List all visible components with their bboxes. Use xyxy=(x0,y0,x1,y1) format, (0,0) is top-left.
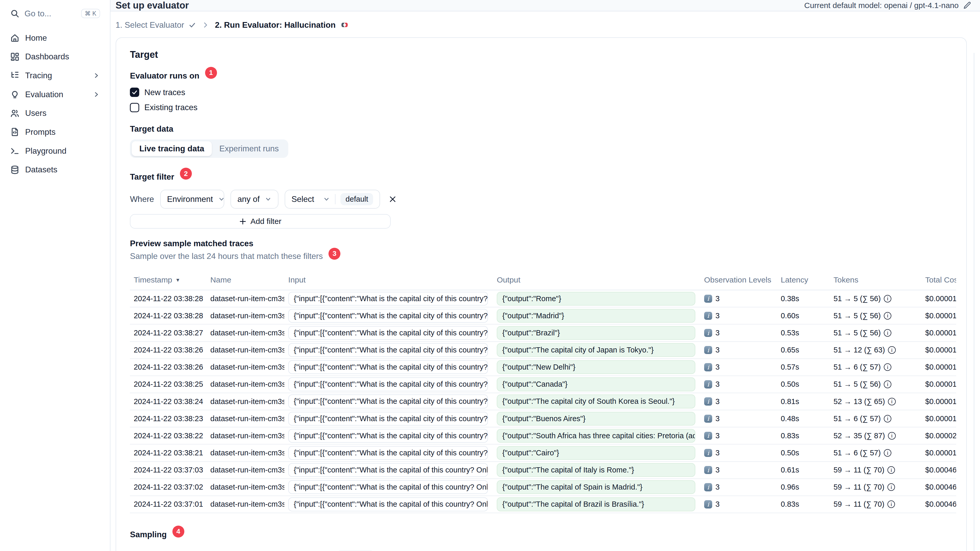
cell-output[interactable]: {"output":"Brazil"} xyxy=(497,326,695,340)
cell-input[interactable]: {"input":[{"content":"What is the capita… xyxy=(288,292,488,306)
chevron-down-icon xyxy=(218,196,225,203)
cell-input[interactable]: {"input":[{"content":"What is the capita… xyxy=(288,497,488,511)
table-row[interactable]: 2024-11-22 03:38:24 dataset-run-item-cm3… xyxy=(130,393,956,410)
cell-observation-levels: 3 xyxy=(715,483,719,491)
table-row[interactable]: 2024-11-22 03:38:28 dataset-run-item-cm3… xyxy=(130,307,956,324)
table-row[interactable]: 2024-11-22 03:38:27 dataset-run-item-cm3… xyxy=(130,324,956,341)
table-row[interactable]: 2024-11-22 03:37:03 dataset-run-item-cm3… xyxy=(130,462,956,479)
sidebar-item-home[interactable]: Home xyxy=(5,29,105,48)
remove-filter-button[interactable] xyxy=(386,193,399,205)
chevron-right-icon xyxy=(202,21,209,29)
cell-input[interactable]: {"input":[{"content":"What is the capita… xyxy=(288,394,488,408)
cell-output[interactable]: {"output":"The capital of Brazil is Bras… xyxy=(497,497,695,511)
cell-input[interactable]: {"input":[{"content":"What is the capita… xyxy=(288,343,488,357)
info-circle-icon[interactable]: i xyxy=(888,346,896,354)
column-header-timestamp[interactable]: Timestamp▼ xyxy=(130,275,207,284)
info-circle-icon[interactable]: i xyxy=(888,432,896,440)
sidebar-item-playground[interactable]: Playground xyxy=(5,141,105,160)
sidebar-item-dashboards[interactable]: Dashboards xyxy=(5,47,105,66)
cell-output[interactable]: {"output":"Madrid"} xyxy=(497,309,695,323)
filter-column-select[interactable]: Environment xyxy=(160,190,224,209)
column-header-total-cost[interactable]: Total Cost xyxy=(921,275,956,284)
cell-latency: 0.57s xyxy=(777,363,830,372)
target-data-tabs: Live tracing data Experiment runs xyxy=(130,140,288,158)
cell-observation-levels: 3 xyxy=(715,466,719,474)
cell-tokens: 52 → 35 (∑ 87) xyxy=(834,432,885,440)
main-area: Set up evaluator Current default model: … xyxy=(110,0,980,551)
cell-input[interactable]: {"input":[{"content":"What is the capita… xyxy=(288,326,488,340)
cell-input[interactable]: {"input":[{"content":"What is the capita… xyxy=(288,463,488,477)
cell-latency: 0.60s xyxy=(777,311,830,320)
tab-live-tracing-data[interactable]: Live tracing data xyxy=(132,141,212,156)
table-row[interactable]: 2024-11-22 03:38:26 dataset-run-item-cm3… xyxy=(130,359,956,376)
table-row[interactable]: 2024-11-22 03:37:02 dataset-run-item-cm3… xyxy=(130,479,956,496)
cell-latency: 0.83s xyxy=(777,432,830,440)
column-header-name[interactable]: Name xyxy=(207,275,285,284)
info-circle-icon[interactable]: i xyxy=(884,449,891,457)
table-row[interactable]: 2024-11-22 03:38:28 dataset-run-item-cm3… xyxy=(130,290,956,307)
cell-output[interactable]: {"output":"Cairo"} xyxy=(497,446,695,460)
info-badge-icon: i xyxy=(704,329,713,337)
table-row[interactable]: 2024-11-22 03:37:01 dataset-run-item-cm3… xyxy=(130,496,956,513)
cell-total-cost: $0.000029 xyxy=(921,432,956,440)
cell-name: dataset-run-item-cm3s4 xyxy=(207,294,285,303)
table-row[interactable]: 2024-11-22 03:38:22 dataset-run-item-cm3… xyxy=(130,427,956,445)
table-row[interactable]: 2024-11-22 03:38:26 dataset-run-item-cm3… xyxy=(130,342,956,359)
cell-tokens: 51 → 5 (∑ 56) xyxy=(834,380,881,389)
cell-input[interactable]: {"input":[{"content":"What is the capita… xyxy=(288,446,488,460)
info-circle-icon[interactable]: i xyxy=(884,364,891,371)
cell-output[interactable]: {"output":"Buenos Aires"} xyxy=(497,412,695,426)
table-header-row: Timestamp▼ Name Input Output Observation… xyxy=(130,270,956,291)
info-circle-icon[interactable]: i xyxy=(884,295,891,302)
cell-output[interactable]: {"output":"The capital of Spain is Madri… xyxy=(497,480,695,494)
column-header-observation-levels[interactable]: Observation Levels xyxy=(700,275,777,284)
checkbox-new-traces[interactable]: New traces xyxy=(130,87,956,97)
cell-output[interactable]: {"output":"Rome"} xyxy=(497,292,695,306)
cell-output[interactable]: {"output":"The capital of Italy is Rome.… xyxy=(497,463,695,477)
cell-input[interactable]: {"input":[{"content":"What is the capita… xyxy=(288,309,488,323)
table-row[interactable]: 2024-11-22 03:38:23 dataset-run-item-cm3… xyxy=(130,410,956,427)
column-header-latency[interactable]: Latency xyxy=(777,275,830,284)
tab-experiment-runs[interactable]: Experiment runs xyxy=(212,141,286,156)
cell-output[interactable]: {"output":"New Delhi"} xyxy=(497,360,695,374)
evaluator-form-card: Target Evaluator runs on1 New traces Exi… xyxy=(116,37,967,551)
cell-input[interactable]: {"input":[{"content":"What is the capita… xyxy=(288,480,488,494)
info-circle-icon[interactable]: i xyxy=(884,415,891,422)
info-circle-icon[interactable]: i xyxy=(888,398,896,405)
info-circle-icon[interactable]: i xyxy=(884,312,891,319)
sidebar-item-prompts[interactable]: Prompts xyxy=(5,122,105,141)
table-row[interactable]: 2024-11-22 03:38:25 dataset-run-item-cm3… xyxy=(130,376,956,393)
info-circle-icon[interactable]: i xyxy=(884,329,891,337)
goto-search[interactable]: Go to... ⌘ K xyxy=(5,5,105,22)
cell-input[interactable]: {"input":[{"content":"What is the capita… xyxy=(288,429,488,443)
filter-value-select[interactable]: Select default xyxy=(285,190,380,209)
column-header-tokens[interactable]: Tokens xyxy=(830,275,921,284)
info-circle-icon[interactable]: i xyxy=(888,483,895,491)
cell-input[interactable]: {"input":[{"content":"What is the capita… xyxy=(288,360,488,374)
window-scrollbar[interactable] xyxy=(974,53,974,551)
cell-output[interactable]: {"output":"South Africa has three capita… xyxy=(497,429,695,443)
cell-output[interactable]: {"output":"The capital city of Japan is … xyxy=(497,343,695,357)
sidebar-item-evaluation[interactable]: Evaluation xyxy=(5,85,105,104)
column-header-input[interactable]: Input xyxy=(285,275,493,284)
edit-pencil-icon[interactable] xyxy=(963,1,972,10)
cell-input[interactable]: {"input":[{"content":"What is the capita… xyxy=(288,377,488,391)
cell-output[interactable]: {"output":"The capital city of South Kor… xyxy=(497,394,695,408)
filter-row: Where Environment any of Select xyxy=(130,190,956,209)
info-circle-icon[interactable]: i xyxy=(884,381,891,388)
cell-input[interactable]: {"input":[{"content":"What is the capita… xyxy=(288,412,488,426)
sidebar-item-tracing[interactable]: Tracing xyxy=(5,66,105,85)
sidebar-item-datasets[interactable]: Datasets xyxy=(5,160,105,179)
info-circle-icon[interactable]: i xyxy=(888,466,895,474)
filter-operator-select[interactable]: any of xyxy=(231,190,278,209)
info-circle-icon[interactable]: i xyxy=(888,500,895,508)
breadcrumb-step-1[interactable]: 1. Select Evaluator xyxy=(116,20,196,30)
cell-observation-levels: 3 xyxy=(715,414,719,423)
sidebar-item-users[interactable]: Users xyxy=(5,104,105,122)
checkbox-existing-traces[interactable]: Existing traces xyxy=(130,103,956,112)
cell-latency: 0.96s xyxy=(777,483,830,491)
add-filter-button[interactable]: Add filter xyxy=(130,214,391,229)
cell-output[interactable]: {"output":"Canada"} xyxy=(497,377,695,391)
table-row[interactable]: 2024-11-22 03:38:21 dataset-run-item-cm3… xyxy=(130,445,956,462)
column-header-output[interactable]: Output xyxy=(493,275,700,284)
